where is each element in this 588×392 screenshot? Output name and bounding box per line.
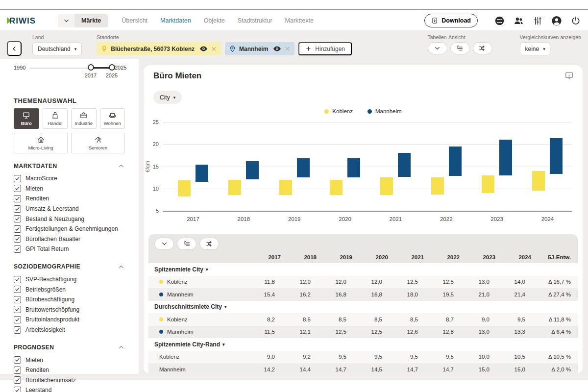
theme-button-büro[interactable]: Büro <box>14 108 39 129</box>
nav-item-objekte[interactable]: Objekte <box>204 17 225 24</box>
chevron-up-icon[interactable] <box>118 343 125 351</box>
checkbox-checked[interactable] <box>14 245 21 253</box>
slider-handle-from[interactable] <box>88 64 94 71</box>
range-bar-mannheim-2021[interactable] <box>398 153 411 177</box>
table-group-header[interactable]: Spitzenmiete City-Rand▾ <box>148 338 578 351</box>
theme-button-industrie[interactable]: Industrie <box>71 108 97 129</box>
table-row-mannheim[interactable]: Mannheim14,214,414,714,514,714,715,015,0… <box>148 363 578 376</box>
remove-location-icon[interactable] <box>211 46 217 52</box>
range-bar-koblenz-2021[interactable] <box>380 177 393 195</box>
checkbox-checked[interactable] <box>14 215 21 222</box>
sliders-icon[interactable] <box>532 15 543 26</box>
tree-list-icon <box>183 240 191 247</box>
chevron-up-icon[interactable] <box>118 263 125 270</box>
account-icon[interactable] <box>551 15 562 26</box>
location-chip[interactable]: Mannheim <box>225 42 294 55</box>
range-bar-koblenz-2023[interactable] <box>482 175 494 193</box>
value-cell: 13,0 <box>454 329 490 335</box>
table-view-shuffle-button[interactable] <box>473 42 492 54</box>
checkbox-checked[interactable] <box>14 276 21 283</box>
table-toolbar-shuffle-button[interactable] <box>199 238 219 250</box>
table-group-header[interactable]: Spitzenmiete City▾ <box>148 263 578 276</box>
city-name: Koblenz <box>159 354 180 360</box>
city-name: Koblenz <box>167 279 188 285</box>
table-toolbar-tree-list-button[interactable] <box>177 238 196 250</box>
chevron-up-icon[interactable] <box>118 162 125 170</box>
add-location-button[interactable]: Hinzufügen <box>298 42 352 55</box>
checkbox-checked[interactable] <box>14 316 21 323</box>
table-row-koblenz[interactable]: Koblenz11,812,012,012,012,512,513,014,0Δ… <box>148 276 578 289</box>
checkbox-checked[interactable] <box>14 235 21 243</box>
nav-item-markttexte[interactable]: Markttexte <box>285 17 314 24</box>
range-bar-mannheim-2024[interactable] <box>550 138 563 174</box>
range-bar-mannheim-2023[interactable] <box>499 140 512 175</box>
land-select[interactable]: Deutschland ▾ <box>32 42 82 55</box>
city-filter-dropdown[interactable]: City ▾ <box>153 91 182 104</box>
range-bar-mannheim-2018[interactable] <box>246 161 259 179</box>
location-chip[interactable]: Blücherstraße, 56073 Koblenz <box>97 42 221 55</box>
tree-list-icon <box>456 45 464 52</box>
checkbox-checked[interactable] <box>14 326 21 334</box>
globe-icon[interactable] <box>494 15 505 26</box>
download-button[interactable]: Download <box>424 14 478 27</box>
visibility-eye-icon[interactable] <box>273 45 281 53</box>
checkbox-checked[interactable] <box>14 286 21 293</box>
table-view-chevron-down-button[interactable] <box>428 42 447 54</box>
riwis-logo[interactable]: RIWIS <box>7 15 45 26</box>
users-icon[interactable] <box>513 15 524 26</box>
maerkte-menu-control[interactable]: Märkte <box>58 14 108 27</box>
checkbox-checked[interactable] <box>14 356 21 364</box>
checkbox-checked[interactable] <box>14 175 21 182</box>
checkbox-checked[interactable] <box>14 195 21 202</box>
range-bar-koblenz-2017[interactable] <box>178 180 191 196</box>
table-row-mannheim[interactable]: Mannheim15,416,216,816,818,019,521,021,4… <box>148 288 578 301</box>
range-bar-koblenz-2022[interactable] <box>431 177 444 194</box>
table-row-mannheim[interactable]: Mannheim11,512,112,512,512,612,813,013,3… <box>148 326 578 339</box>
slider-handle-to[interactable] <box>109 64 115 71</box>
range-bar-mannheim-2020[interactable] <box>347 158 360 177</box>
checkbox-checked[interactable] <box>14 367 21 374</box>
checkbox-checked[interactable] <box>14 225 21 233</box>
table-row-koblenz[interactable]: Koblenz9,09,29,59,59,59,510,010,5Δ 10,5 … <box>148 351 578 364</box>
table-toolbar-chevron-down-button[interactable] <box>154 238 174 250</box>
year-header: 2018 <box>281 254 317 260</box>
range-bar-mannheim-2022[interactable] <box>449 147 462 176</box>
theme-button-wohnen[interactable]: Wohnen <box>100 108 125 129</box>
remove-location-icon[interactable] <box>284 46 291 52</box>
checkbox-checked[interactable] <box>14 296 21 303</box>
range-bar-koblenz-2019[interactable] <box>279 180 292 196</box>
theme-button-handel[interactable]: Handel <box>43 108 68 129</box>
legend-item-mannheim[interactable]: Mannheim <box>368 108 402 114</box>
year-header: 2020 <box>352 254 388 260</box>
back-button[interactable] <box>7 41 22 56</box>
chevron-down-icon[interactable] <box>58 14 74 27</box>
compare-select[interactable]: keine ▾ <box>520 42 550 55</box>
range-bar-mannheim-2017[interactable] <box>196 165 208 182</box>
nav-item-marktdaten[interactable]: Marktdaten <box>160 17 191 24</box>
x-tick-label: 2023 <box>476 216 517 222</box>
nav-item-stadtstruktur[interactable]: Stadtstruktur <box>238 17 272 24</box>
maerkte-label[interactable]: Märkte <box>74 14 108 27</box>
nav-item-übersicht[interactable]: Übersicht <box>122 17 147 24</box>
power-icon[interactable] <box>570 15 581 26</box>
visibility-eye-icon[interactable] <box>199 45 208 53</box>
checkbox-checked[interactable] <box>14 376 21 384</box>
value-cell: 12,0 <box>311 279 346 285</box>
table-group-header[interactable]: Durchschnittsmiete City▾ <box>148 301 578 314</box>
range-bar-mannheim-2019[interactable] <box>297 158 310 177</box>
range-bar-koblenz-2024[interactable] <box>532 171 545 191</box>
range-bar-koblenz-2020[interactable] <box>330 180 343 196</box>
slider-from-label: 2017 <box>81 73 100 78</box>
checkbox-checked[interactable] <box>14 306 21 313</box>
checkbox-checked[interactable] <box>14 185 21 192</box>
table-row-koblenz[interactable]: Koblenz8,28,58,58,58,58,79,09,5Δ 11,8 % <box>148 313 578 326</box>
checkbox-label: SVP-Beschäftigung <box>25 276 76 283</box>
checkbox-checked[interactable] <box>14 387 21 392</box>
checkbox-checked[interactable] <box>14 205 21 213</box>
theme-button-senioren[interactable]: Senioren <box>71 133 125 153</box>
range-bar-koblenz-2018[interactable] <box>228 180 241 196</box>
legend-item-koblenz[interactable]: Koblenz <box>324 108 353 114</box>
table-view-tree-list-button[interactable] <box>450 42 470 54</box>
note-icon[interactable] <box>564 71 574 80</box>
theme-button-micro-living[interactable]: Micro-Living <box>14 133 68 153</box>
